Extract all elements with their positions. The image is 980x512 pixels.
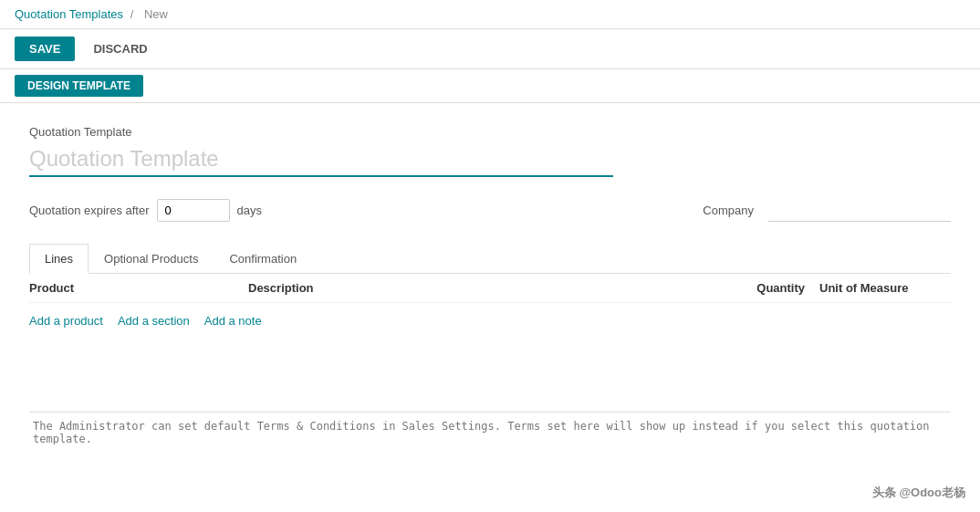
watermark: 头条 @Odoo老杨 — [872, 485, 965, 501]
add-product-link[interactable]: Add a product — [29, 314, 103, 328]
content-spacer — [29, 339, 951, 412]
expires-label: Quotation expires after — [29, 204, 150, 217]
expires-input[interactable] — [157, 199, 230, 222]
table-header: Product Description Quantity Unit of Mea… — [29, 274, 951, 303]
tab-lines[interactable]: Lines — [29, 244, 89, 274]
company-section: Company — [703, 200, 951, 222]
save-button[interactable]: SAVE — [15, 37, 75, 61]
tab-content-lines: Product Description Quantity Unit of Mea… — [29, 274, 951, 447]
discard-button[interactable]: DISCARD — [82, 37, 158, 61]
col-header-description: Description — [248, 281, 695, 295]
company-value-field[interactable] — [768, 200, 951, 222]
tabs: Lines Optional Products Confirmation — [29, 244, 951, 274]
add-note-link[interactable]: Add a note — [204, 314, 262, 328]
template-name-input[interactable] — [29, 142, 613, 177]
col-header-product: Product — [29, 281, 248, 295]
action-bar: SAVE DISCARD — [0, 29, 980, 69]
breadcrumb-parent[interactable]: Quotation Templates — [15, 7, 123, 21]
design-template-button[interactable]: DESIGN TEMPLATE — [15, 75, 143, 97]
main-content: Quotation Template Quotation expires aft… — [0, 103, 980, 512]
breadcrumb-current: New — [144, 7, 168, 21]
design-template-bar: DESIGN TEMPLATE — [0, 69, 980, 103]
add-links-row: Add a product Add a section Add a note — [29, 303, 951, 339]
company-label: Company — [703, 204, 754, 217]
template-name-label: Quotation Template — [29, 125, 951, 139]
col-header-uom: Unit of Measure — [805, 281, 951, 295]
days-label: days — [237, 204, 262, 217]
add-section-link[interactable]: Add a section — [118, 314, 190, 328]
expires-field-group: Quotation expires after days — [29, 199, 262, 222]
col-header-quantity: Quantity — [695, 281, 805, 295]
tab-optional-products[interactable]: Optional Products — [89, 244, 214, 274]
tab-confirmation[interactable]: Confirmation — [214, 244, 312, 274]
breadcrumb-separator: / — [130, 7, 134, 21]
form-row-expires-company: Quotation expires after days Company — [29, 199, 951, 222]
breadcrumb: Quotation Templates / New — [0, 0, 980, 29]
terms-textarea[interactable] — [29, 412, 951, 444]
